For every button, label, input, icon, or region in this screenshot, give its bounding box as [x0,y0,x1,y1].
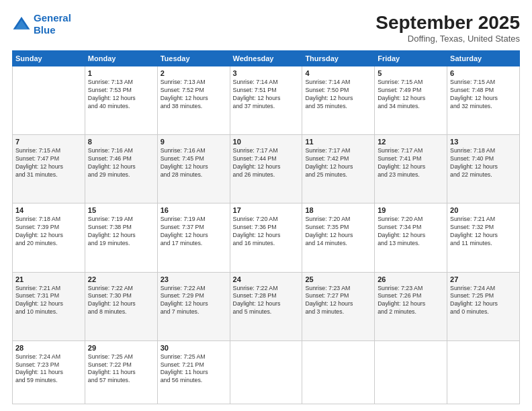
day-number: 28 [15,344,82,352]
day-info: Sunrise: 7:24 AM Sunset: 7:23 PM Dayligh… [15,353,82,385]
day-cell: 4Sunrise: 7:14 AM Sunset: 7:50 PM Daylig… [302,66,375,135]
day-info: Sunrise: 7:15 AM Sunset: 7:48 PM Dayligh… [450,79,517,111]
week-row-2: 7Sunrise: 7:15 AM Sunset: 7:47 PM Daylig… [13,135,520,203]
day-cell: 16Sunrise: 7:19 AM Sunset: 7:37 PM Dayli… [157,203,230,272]
day-cell: 21Sunrise: 7:21 AM Sunset: 7:31 PM Dayli… [13,272,85,340]
day-cell: 5Sunrise: 7:15 AM Sunset: 7:49 PM Daylig… [375,66,447,135]
day-number: 5 [378,69,444,77]
logo: General Blue [12,12,71,36]
day-number: 1 [88,69,154,77]
day-number: 21 [15,275,82,283]
day-cell: 28Sunrise: 7:24 AM Sunset: 7:23 PM Dayli… [13,340,85,404]
day-info: Sunrise: 7:14 AM Sunset: 7:50 PM Dayligh… [305,79,371,111]
day-cell: 27Sunrise: 7:24 AM Sunset: 7:25 PM Dayli… [447,272,520,340]
day-cell: 29Sunrise: 7:25 AM Sunset: 7:22 PM Dayli… [85,340,157,404]
day-number: 14 [15,206,82,214]
day-cell [230,340,302,404]
day-cell: 3Sunrise: 7:14 AM Sunset: 7:51 PM Daylig… [230,66,302,135]
day-cell: 25Sunrise: 7:23 AM Sunset: 7:27 PM Dayli… [302,272,375,340]
day-info: Sunrise: 7:17 AM Sunset: 7:41 PM Dayligh… [378,147,444,179]
week-row-1: 1Sunrise: 7:13 AM Sunset: 7:53 PM Daylig… [13,66,520,135]
day-number: 26 [378,275,444,283]
day-info: Sunrise: 7:23 AM Sunset: 7:27 PM Dayligh… [305,285,371,317]
day-number: 15 [88,206,154,214]
day-info: Sunrise: 7:23 AM Sunset: 7:26 PM Dayligh… [378,285,444,317]
day-cell: 17Sunrise: 7:20 AM Sunset: 7:36 PM Dayli… [230,203,302,272]
col-header-wednesday: Wednesday [230,51,302,66]
day-number: 24 [233,275,300,283]
day-number: 4 [305,69,371,77]
day-cell: 13Sunrise: 7:18 AM Sunset: 7:40 PM Dayli… [447,135,520,203]
day-number: 22 [88,275,154,283]
day-number: 8 [88,138,154,146]
day-number: 30 [161,344,227,352]
day-number: 18 [305,206,371,214]
col-header-tuesday: Tuesday [157,51,230,66]
logo-general: General [34,12,71,24]
day-cell: 23Sunrise: 7:22 AM Sunset: 7:29 PM Dayli… [157,272,230,340]
day-number: 13 [450,138,517,146]
week-row-3: 14Sunrise: 7:18 AM Sunset: 7:39 PM Dayli… [13,203,520,272]
day-info: Sunrise: 7:18 AM Sunset: 7:39 PM Dayligh… [15,216,82,248]
day-number: 11 [305,138,371,146]
day-number: 17 [233,206,300,214]
day-info: Sunrise: 7:22 AM Sunset: 7:30 PM Dayligh… [88,285,154,317]
col-header-saturday: Saturday [447,51,520,66]
day-number: 16 [161,206,227,214]
header: General Blue September 2025 Doffing, Tex… [12,12,520,44]
day-number: 12 [378,138,444,146]
day-number: 20 [450,206,517,214]
day-info: Sunrise: 7:25 AM Sunset: 7:21 PM Dayligh… [161,353,227,385]
day-info: Sunrise: 7:20 AM Sunset: 7:34 PM Dayligh… [378,216,444,248]
day-number: 7 [15,138,82,146]
day-cell: 22Sunrise: 7:22 AM Sunset: 7:30 PM Dayli… [85,272,157,340]
logo-blue: Blue [34,24,56,36]
day-cell: 1Sunrise: 7:13 AM Sunset: 7:53 PM Daylig… [85,66,157,135]
day-info: Sunrise: 7:21 AM Sunset: 7:32 PM Dayligh… [450,216,517,248]
day-cell: 8Sunrise: 7:16 AM Sunset: 7:46 PM Daylig… [85,135,157,203]
day-info: Sunrise: 7:15 AM Sunset: 7:47 PM Dayligh… [15,147,82,179]
day-cell: 7Sunrise: 7:15 AM Sunset: 7:47 PM Daylig… [13,135,85,203]
logo-text: General Blue [34,12,71,36]
day-info: Sunrise: 7:13 AM Sunset: 7:52 PM Dayligh… [161,79,227,111]
day-info: Sunrise: 7:16 AM Sunset: 7:46 PM Dayligh… [88,147,154,179]
day-cell: 18Sunrise: 7:20 AM Sunset: 7:35 PM Dayli… [302,203,375,272]
title-block: September 2025 Doffing, Texas, United St… [375,12,520,44]
calendar-table: SundayMondayTuesdayWednesdayThursdayFrid… [12,50,520,404]
day-cell [447,340,520,404]
day-cell [375,340,447,404]
day-info: Sunrise: 7:14 AM Sunset: 7:51 PM Dayligh… [233,79,300,111]
main-title: September 2025 [375,12,520,34]
day-number: 19 [378,206,444,214]
logo-icon [12,15,31,34]
day-number: 10 [233,138,300,146]
day-cell: 30Sunrise: 7:25 AM Sunset: 7:21 PM Dayli… [157,340,230,404]
day-cell: 26Sunrise: 7:23 AM Sunset: 7:26 PM Dayli… [375,272,447,340]
day-info: Sunrise: 7:25 AM Sunset: 7:22 PM Dayligh… [88,353,154,385]
day-cell: 6Sunrise: 7:15 AM Sunset: 7:48 PM Daylig… [447,66,520,135]
day-cell [302,340,375,404]
col-header-friday: Friday [375,51,447,66]
day-info: Sunrise: 7:19 AM Sunset: 7:37 PM Dayligh… [161,216,227,248]
day-number: 29 [88,344,154,352]
day-number: 23 [161,275,227,283]
day-cell: 19Sunrise: 7:20 AM Sunset: 7:34 PM Dayli… [375,203,447,272]
page: General Blue September 2025 Doffing, Tex… [0,0,532,411]
day-number: 2 [161,69,227,77]
day-info: Sunrise: 7:21 AM Sunset: 7:31 PM Dayligh… [15,285,82,317]
day-cell: 15Sunrise: 7:19 AM Sunset: 7:38 PM Dayli… [85,203,157,272]
day-cell: 20Sunrise: 7:21 AM Sunset: 7:32 PM Dayli… [447,203,520,272]
day-number: 27 [450,275,517,283]
day-number: 3 [233,69,300,77]
day-cell: 11Sunrise: 7:17 AM Sunset: 7:42 PM Dayli… [302,135,375,203]
header-row: SundayMondayTuesdayWednesdayThursdayFrid… [13,51,520,66]
day-info: Sunrise: 7:24 AM Sunset: 7:25 PM Dayligh… [450,285,517,317]
day-info: Sunrise: 7:20 AM Sunset: 7:35 PM Dayligh… [305,216,371,248]
week-row-5: 28Sunrise: 7:24 AM Sunset: 7:23 PM Dayli… [13,340,520,404]
day-number: 6 [450,69,517,77]
day-info: Sunrise: 7:13 AM Sunset: 7:53 PM Dayligh… [88,79,154,111]
day-info: Sunrise: 7:22 AM Sunset: 7:29 PM Dayligh… [161,285,227,317]
week-row-4: 21Sunrise: 7:21 AM Sunset: 7:31 PM Dayli… [13,272,520,340]
day-cell: 2Sunrise: 7:13 AM Sunset: 7:52 PM Daylig… [157,66,230,135]
day-cell: 24Sunrise: 7:22 AM Sunset: 7:28 PM Dayli… [230,272,302,340]
